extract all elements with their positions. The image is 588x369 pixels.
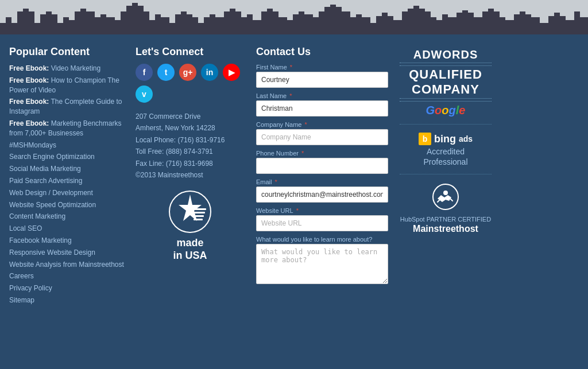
google-text: Google <box>400 104 492 117</box>
popular-list-item[interactable]: Social Media Marketing <box>9 164 124 174</box>
address-line: Amherst, New York 14228 <box>136 122 245 134</box>
made-in-usa-logo <box>167 189 213 235</box>
twitter-icon[interactable]: t <box>157 64 175 81</box>
form-group-website_url: Website URL * <box>256 207 388 231</box>
bing-ads-label: ads <box>459 134 473 143</box>
hubspot-company-name: Mainstreethost <box>400 224 492 234</box>
popular-content-heading: Popular Content <box>9 46 124 58</box>
popular-link[interactable]: Privacy Policy <box>9 284 52 292</box>
popular-link[interactable]: Website Analysis from Mainstreethost <box>9 261 124 269</box>
popular-link[interactable]: Video Marketing <box>49 64 100 72</box>
adwords-dotted-divider <box>400 63 492 66</box>
linkedin-icon[interactable]: in <box>201 64 218 81</box>
popular-content-list: Free Ebook: Video MarketingFree Ebook: H… <box>9 64 124 305</box>
popular-list-item[interactable]: Free Ebook: Marketing Benchmarks from 7,… <box>9 119 124 138</box>
popular-link[interactable]: Careers <box>9 272 34 280</box>
field-label-company_name: Company Name * <box>256 121 388 128</box>
popular-link[interactable]: Web Design / Development <box>9 189 93 197</box>
bing-b-icon: b <box>419 133 431 145</box>
social-icons-row: ftg+in▶v <box>136 64 245 103</box>
popular-list-item[interactable]: Responsive Website Design <box>9 248 124 258</box>
adwords-dotted-divider2 <box>400 98 492 102</box>
hubspot-partner-label: HubSpot PARTNER CERTIFIED <box>400 215 492 223</box>
address-block: 207 Commerce DriveAmherst, New York 1422… <box>136 111 245 181</box>
form-group-phone_number: Phone Number * <box>256 150 388 174</box>
lets-connect-column: Let's Connect ftg+in▶v 207 Commerce Driv… <box>136 46 245 308</box>
popular-list-item[interactable]: Sitemap <box>9 296 124 305</box>
facebook-icon[interactable]: f <box>136 64 153 81</box>
field-label-email: Email * <box>256 178 388 185</box>
vimeo-icon[interactable]: v <box>136 86 153 103</box>
contact-form: First Name *Last Name *Company Name *Pho… <box>256 64 388 286</box>
contact-us-heading: Contact Us <box>256 46 388 58</box>
popular-link[interactable]: Local SEO <box>9 224 42 232</box>
popular-list-item[interactable]: Local SEO <box>9 224 124 234</box>
input-last_name[interactable] <box>256 100 388 116</box>
popular-list-item[interactable]: Web Design / Development <box>9 188 124 198</box>
popular-list-item[interactable]: Content Marketing <box>9 212 124 222</box>
adwords-qualified: QUALIFIED <box>400 67 492 82</box>
form-group-first_name: First Name * <box>256 64 388 88</box>
adwords-cert: ADWORDS QUALIFIED COMPANY Google <box>400 48 492 125</box>
youtube-icon[interactable]: ▶ <box>223 64 240 81</box>
bing-text: bing <box>434 133 456 145</box>
popular-link[interactable]: Search Engine Optimization <box>9 153 95 161</box>
input-first_name[interactable] <box>256 72 388 88</box>
contact-us-column: Contact Us First Name *Last Name *Compan… <box>256 46 388 308</box>
popular-link[interactable]: #MSHMondays <box>9 141 56 149</box>
bing-ads-cert: b bing ads Accredited Professional <box>400 133 492 174</box>
popular-list-item[interactable]: Website Analysis from Mainstreethost <box>9 260 124 270</box>
form-group-message: What would you like to learn more about? <box>256 236 388 286</box>
hubspot-handshake-icon <box>428 182 463 211</box>
svg-marker-3 <box>179 195 202 221</box>
form-group-last_name: Last Name * <box>256 92 388 116</box>
svg-rect-5 <box>194 212 205 213</box>
textarea-label: What would you like to learn more about? <box>256 236 388 243</box>
bing-accredited-text: Accredited Professional <box>400 146 492 167</box>
textarea-message[interactable] <box>256 244 388 284</box>
adwords-title: ADWORDS <box>400 48 492 61</box>
field-label-last_name: Last Name * <box>256 92 388 99</box>
popular-list-item[interactable]: Facebook Marketing <box>9 236 124 246</box>
address-line: Local Phone: (716) 831-9716 <box>136 134 245 146</box>
popular-link[interactable]: Responsive Website Design <box>9 248 95 257</box>
main-footer: Popular Content Free Ebook: Video Market… <box>0 34 588 319</box>
svg-rect-4 <box>194 208 206 210</box>
popular-list-item[interactable]: Search Engine Optimization <box>9 152 124 162</box>
popular-link[interactable]: Content Marketing <box>9 212 65 220</box>
popular-link[interactable]: Sitemap <box>9 296 34 304</box>
input-website_url[interactable] <box>256 215 388 231</box>
popular-link[interactable]: Paid Search Advertising <box>9 177 82 185</box>
popular-list-item[interactable]: Free Ebook: How to Champion The Power of… <box>9 76 124 95</box>
popular-list-item[interactable]: #MSHMondays <box>9 141 124 150</box>
popular-link[interactable]: Facebook Marketing <box>9 236 72 244</box>
address-line: ©2013 Mainstreethost <box>136 169 245 181</box>
field-label-first_name: First Name * <box>256 64 388 71</box>
input-company_name[interactable] <box>256 129 388 145</box>
popular-list-item[interactable]: Free Ebook: The Complete Guide to Instag… <box>9 97 124 116</box>
made-in-usa-text: made in USA <box>173 237 207 262</box>
svg-rect-6 <box>194 215 204 217</box>
hubspot-cert: HubSpot PARTNER CERTIFIED Mainstreethost <box>400 182 492 234</box>
form-group-company_name: Company Name * <box>256 121 388 145</box>
popular-list-item[interactable]: Careers <box>9 271 124 281</box>
certifications-column: ADWORDS QUALIFIED COMPANY Google b bing … <box>400 46 492 308</box>
input-phone_number[interactable] <box>256 158 388 174</box>
address-line: Fax Line: (716) 831-9698 <box>136 158 245 169</box>
popular-content-column: Popular Content Free Ebook: Video Market… <box>9 46 124 308</box>
skyline-banner <box>0 0 588 34</box>
address-line: 207 Commerce Drive <box>136 111 245 122</box>
form-group-email: Email * <box>256 178 388 203</box>
popular-list-item[interactable]: Free Ebook: Video Marketing <box>9 64 124 73</box>
google-plus-icon[interactable]: g+ <box>179 64 196 81</box>
lets-connect-heading: Let's Connect <box>136 46 245 58</box>
popular-link[interactable]: Website Speed Optimization <box>9 201 96 209</box>
popular-link[interactable]: Social Media Marketing <box>9 165 81 173</box>
svg-point-9 <box>443 191 448 195</box>
adwords-company: COMPANY <box>400 82 492 97</box>
popular-list-item[interactable]: Privacy Policy <box>9 283 124 293</box>
input-email[interactable] <box>256 187 388 203</box>
popular-list-item[interactable]: Website Speed Optimization <box>9 200 124 210</box>
popular-list-item[interactable]: Paid Search Advertising <box>9 176 124 186</box>
field-label-phone_number: Phone Number * <box>256 150 388 157</box>
